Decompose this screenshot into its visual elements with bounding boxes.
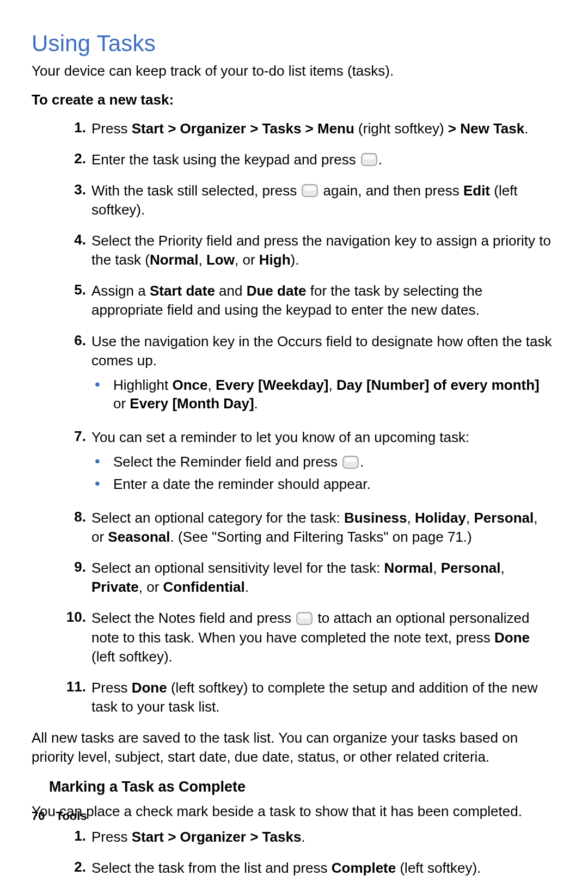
step-8: 8. Select an optional category for the t… (32, 509, 555, 547)
step-number: 8. (32, 509, 91, 525)
sub-bullet: • Enter a date the reminder should appea… (91, 475, 553, 493)
step-text: Select the Notes field and press to atta… (91, 609, 555, 666)
sub-bullet: • Select the Reminder field and press . (91, 452, 553, 471)
step-number: 6. (32, 332, 91, 349)
step-text: With the task still selected, press agai… (91, 181, 555, 219)
bullet-icon: • (91, 475, 113, 491)
step-1: 1. Press Start > Organizer > Tasks > Men… (32, 119, 555, 138)
step-number: 1. (32, 828, 91, 844)
bullet-icon: • (91, 376, 113, 392)
step-number: 4. (32, 231, 91, 248)
create-task-steps: 1. Press Start > Organizer > Tasks > Men… (32, 119, 555, 716)
mark-complete-steps: 1. Press Start > Organizer > Tasks. 2. S… (32, 828, 555, 878)
after-steps-text: All new tasks are saved to the task list… (32, 728, 555, 767)
step-text: Select an optional sensitivity level for… (91, 559, 555, 597)
sub-text: Enter a date the reminder should appear. (113, 475, 553, 493)
sub-bullet: • Highlight Once, Every [Weekday], Day [… (91, 376, 553, 413)
intro-text: Your device can keep track of your to-do… (32, 62, 555, 81)
step-4: 4. Select the Priority field and press t… (32, 231, 555, 270)
mark-complete-heading: Marking a Task as Complete (49, 779, 555, 795)
step-text: Select an optional category for the task… (91, 509, 555, 547)
step-2: 2. Enter the task using the keypad and p… (32, 150, 555, 169)
document-page: Using Tasks Your device can keep track o… (0, 0, 588, 882)
step-number: 1. (32, 119, 91, 136)
ok-key-icon (361, 153, 377, 166)
page-title: Using Tasks (32, 30, 555, 57)
step-text: Use the navigation key in the Occurs fie… (91, 332, 555, 416)
step-text: You can set a reminder to let you know o… (91, 428, 555, 497)
step-9: 9. Select an optional sensitivity level … (32, 559, 555, 597)
step-text: Press Done (left softkey) to complete th… (91, 678, 555, 716)
step-number: 3. (32, 181, 91, 198)
step-number: 2. (32, 150, 91, 167)
step-10: 10. Select the Notes field and press to … (32, 609, 555, 666)
page-footer: 70 Tools (32, 809, 87, 823)
ok-key-icon (302, 184, 318, 197)
section-name: Tools (56, 809, 87, 823)
step-text: Assign a Start date and Due date for the… (91, 281, 555, 320)
step-3: 3. With the task still selected, press a… (32, 181, 555, 219)
sub-text: Select the Reminder field and press . (113, 452, 553, 471)
step-text: Enter the task using the keypad and pres… (91, 150, 555, 169)
create-task-heading: To create a new task: (32, 91, 555, 108)
mark-intro-text: You can place a check mark beside a task… (32, 802, 555, 821)
step-text: Press Start > Organizer > Tasks. (91, 828, 555, 847)
step-5: 5. Assign a Start date and Due date for … (32, 281, 555, 320)
sub-text: Highlight Once, Every [Weekday], Day [Nu… (113, 376, 553, 413)
step-number: 9. (32, 559, 91, 575)
step-number: 2. (32, 859, 91, 875)
step-text: Press Start > Organizer > Tasks > Menu (… (91, 119, 555, 138)
step-number: 7. (32, 428, 91, 445)
bullet-icon: • (91, 452, 113, 469)
step-text: Select the Priority field and press the … (91, 231, 555, 270)
step-6: 6. Use the navigation key in the Occurs … (32, 332, 555, 416)
step-number: 10. (32, 609, 91, 626)
ok-key-icon (342, 456, 359, 469)
ok-key-icon (296, 612, 313, 625)
mark-step-1: 1. Press Start > Organizer > Tasks. (32, 828, 555, 847)
step-7: 7. You can set a reminder to let you kno… (32, 428, 555, 497)
step-11: 11. Press Done (left softkey) to complet… (32, 678, 555, 716)
step-number: 5. (32, 281, 91, 298)
step-7-sublist: • Select the Reminder field and press . … (91, 452, 553, 493)
page-number: 70 (32, 809, 45, 823)
mark-step-2: 2. Select the task from the list and pre… (32, 859, 555, 878)
step-text: Select the task from the list and press … (91, 859, 555, 878)
step-number: 11. (32, 678, 91, 695)
step-6-sublist: • Highlight Once, Every [Weekday], Day [… (91, 376, 553, 413)
